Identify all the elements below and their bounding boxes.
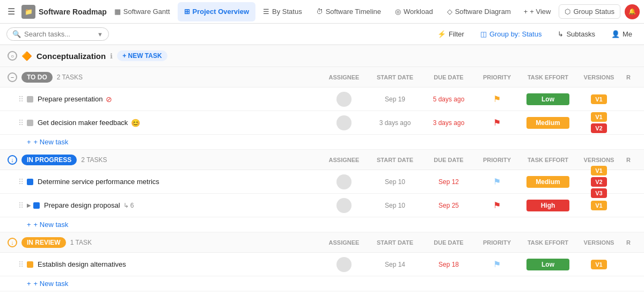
avatar-circle bbox=[336, 115, 352, 130]
task-assignee[interactable] bbox=[320, 115, 368, 130]
info-icon[interactable]: ℹ bbox=[110, 52, 113, 60]
subtasks-label: Subtasks bbox=[566, 30, 595, 38]
group-inprogress-count: 2 TASKS bbox=[81, 156, 107, 164]
drag-handle-icon[interactable]: ⠿ bbox=[18, 95, 24, 104]
col-startdate-header: START DATE bbox=[368, 74, 422, 80]
col-versions-header: VERSIONS bbox=[577, 74, 620, 80]
tab-gantt-label: Software Gantt bbox=[123, 8, 170, 16]
tab-diagram[interactable]: ◇ Software Diagram bbox=[441, 2, 517, 21]
versions-list: V1 V2 V3 bbox=[590, 165, 607, 199]
search-input[interactable] bbox=[24, 30, 94, 38]
add-task-label: + New task bbox=[34, 221, 69, 229]
task-priority: ⚑ bbox=[475, 118, 518, 128]
task-row[interactable]: ⠿ ▶ Prepare design proposal ↳ 6 Sep 10 S… bbox=[0, 194, 644, 217]
col-duedate-header3: DUE DATE bbox=[422, 239, 475, 246]
priority-flag-icon: ⚑ bbox=[493, 177, 501, 187]
drag-handle-icon[interactable]: ⠿ bbox=[18, 260, 24, 269]
version-badge: V1 bbox=[591, 166, 606, 175]
groupby-button[interactable]: ◫ Group by: Status bbox=[475, 27, 547, 41]
tab-overview[interactable]: ⊞ Project Overview bbox=[178, 2, 256, 21]
expand-arrow-icon[interactable]: ▶ bbox=[27, 202, 31, 208]
group-inreview: ↓ IN REVIEW 1 TASK ASSIGNEE START DATE D… bbox=[0, 232, 644, 291]
col-r-header: R bbox=[620, 74, 636, 80]
add-task-row-inreview[interactable]: + + New task bbox=[0, 276, 644, 291]
search-box[interactable]: 🔍 ▼ bbox=[6, 27, 109, 41]
dropdown-arrow-icon[interactable]: ▼ bbox=[97, 31, 103, 38]
group-inreview-cols: ASSIGNEE START DATE DUE DATE PRIORITY TA… bbox=[320, 239, 636, 246]
drag-handle-icon[interactable]: ⠿ bbox=[18, 119, 24, 127]
task-name: Prepare presentation ⊘ bbox=[38, 95, 320, 104]
task-duedate: Sep 25 bbox=[422, 202, 475, 209]
col-duedate-header: DUE DATE bbox=[422, 74, 475, 80]
tab-bystatus[interactable]: ☰ By Status bbox=[257, 2, 309, 21]
priority-flag-icon: ⚑ bbox=[493, 259, 501, 269]
group-status-icon: ⬡ bbox=[565, 8, 570, 16]
add-view-button[interactable]: + + View bbox=[518, 4, 557, 19]
subtasks-button[interactable]: ↳ Subtasks bbox=[552, 27, 600, 41]
task-row[interactable]: ⠿ Determine service performance metrics … bbox=[0, 170, 644, 194]
top-nav: ☰ 📁 Software Roadmap ▦ Software Gantt ⊞ … bbox=[0, 0, 644, 24]
section-header: ○ 🔶 Conceptualization ℹ + NEW TASK bbox=[0, 45, 644, 67]
group-inprogress-toggle[interactable]: ↓ bbox=[8, 155, 17, 165]
group-todo-toggle[interactable]: − bbox=[8, 72, 17, 82]
filter-label: Filter bbox=[449, 30, 464, 38]
task-startdate: Sep 10 bbox=[368, 178, 422, 186]
section-icon: 🔶 bbox=[21, 51, 32, 61]
avatar-circle bbox=[336, 257, 352, 272]
drag-handle-icon[interactable]: ⠿ bbox=[18, 178, 24, 186]
tab-timeline[interactable]: ⏱ Software Timeline bbox=[310, 2, 387, 21]
priority-flag-icon: ⚑ bbox=[493, 118, 501, 128]
groupby-icon: ◫ bbox=[480, 30, 487, 38]
drag-handle-icon[interactable]: ⠿ bbox=[18, 201, 24, 210]
task-name-text: Prepare presentation bbox=[38, 95, 103, 103]
version-badge: V1 bbox=[591, 94, 606, 104]
app-title: Software Roadmap bbox=[39, 8, 107, 16]
section-collapse-toggle[interactable]: ○ bbox=[8, 51, 17, 61]
effort-badge: Medium bbox=[526, 176, 569, 188]
toolbar-right: ⚡ Filter ◫ Group by: Status ↳ Subtasks 👤… bbox=[432, 27, 638, 41]
task-startdate: 3 days ago bbox=[368, 119, 422, 127]
version-badge: V2 bbox=[591, 123, 606, 133]
task-versions: V1 bbox=[577, 259, 620, 270]
tab-diagram-label: Software Diagram bbox=[455, 8, 511, 16]
task-assignee[interactable] bbox=[320, 198, 368, 213]
tab-workload-label: Workload bbox=[404, 8, 433, 16]
toolbar: 🔍 ▼ ⚡ Filter ◫ Group by: Status ↳ Subtas… bbox=[0, 24, 644, 45]
group-inreview-toggle[interactable]: ↓ bbox=[8, 238, 17, 247]
task-versions: V1 bbox=[577, 200, 620, 211]
task-row[interactable]: ⠿ Prepare presentation ⊘ Sep 19 5 days a… bbox=[0, 87, 644, 111]
task-row[interactable]: ⠿ Establish design alternatives Sep 14 S… bbox=[0, 253, 644, 276]
tab-workload[interactable]: ◎ Workload bbox=[389, 2, 440, 21]
task-assignee[interactable] bbox=[320, 92, 368, 107]
task-effort: Low bbox=[518, 93, 577, 105]
subtask-count: ↳ 6 bbox=[123, 202, 134, 209]
col-startdate-header2: START DATE bbox=[368, 157, 422, 163]
task-cells: Sep 14 Sep 18 ⚑ Low V1 bbox=[320, 257, 636, 272]
task-assignee[interactable] bbox=[320, 174, 368, 189]
group-inreview-badge: IN REVIEW bbox=[21, 237, 66, 248]
avatar-circle bbox=[336, 198, 352, 213]
group-todo-count: 2 TASKS bbox=[57, 74, 83, 81]
add-task-row-todo[interactable]: + + New task bbox=[0, 135, 644, 150]
tab-gantt[interactable]: ▦ Software Gantt bbox=[108, 2, 177, 21]
task-duedate: Sep 18 bbox=[422, 261, 475, 268]
task-priority: ⚑ bbox=[475, 200, 518, 210]
new-task-button[interactable]: + NEW TASK bbox=[117, 50, 167, 61]
task-duedate: Sep 12 bbox=[422, 178, 475, 186]
subtask-icon: ↳ bbox=[123, 202, 129, 209]
task-assignee[interactable] bbox=[320, 257, 368, 272]
me-button[interactable]: 👤 Me bbox=[606, 27, 638, 41]
tab-timeline-label: Software Timeline bbox=[326, 8, 381, 16]
subtasks-icon: ↳ bbox=[558, 30, 564, 38]
filter-button[interactable]: ⚡ Filter bbox=[432, 27, 470, 41]
task-startdate: Sep 10 bbox=[368, 202, 422, 209]
task-row[interactable]: ⠿ Get decision maker feedback 😊 3 days a… bbox=[0, 111, 644, 135]
task-priority: ⚑ bbox=[475, 94, 518, 104]
task-duedate: 3 days ago bbox=[422, 119, 475, 127]
hamburger-icon[interactable]: ☰ bbox=[4, 4, 18, 19]
add-task-row-inprogress[interactable]: + + New task bbox=[0, 217, 644, 232]
nav-logo-icon: 📁 bbox=[21, 5, 35, 19]
group-status-button[interactable]: ⬡ Group Status bbox=[559, 4, 620, 19]
task-name: Get decision maker feedback 😊 bbox=[38, 119, 320, 127]
tab-bystatus-label: By Status bbox=[272, 8, 302, 16]
